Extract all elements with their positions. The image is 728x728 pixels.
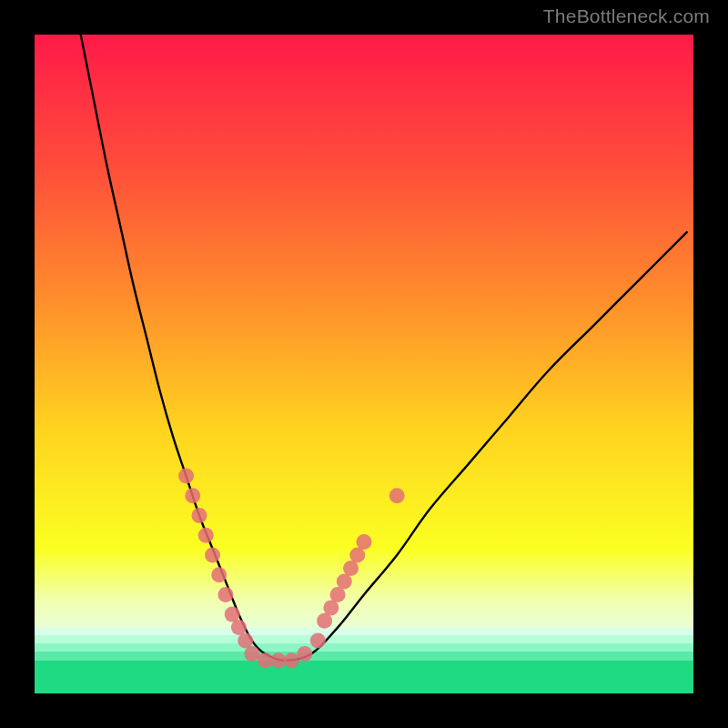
scatter-point	[192, 508, 207, 523]
scatter-point	[270, 652, 286, 668]
scatter-point	[211, 567, 227, 582]
watermark-text: TheBottleneck.com	[543, 5, 710, 27]
chart-frame: TheBottleneck.com	[0, 0, 728, 728]
scatter-point	[178, 469, 194, 484]
scatter-point	[389, 488, 405, 503]
scatter-point	[349, 547, 365, 562]
scatter-point	[330, 587, 346, 602]
scatter-point	[323, 600, 339, 615]
scatter-point	[205, 547, 220, 562]
curve-bottleneck-curve	[81, 35, 687, 661]
scatter-point	[238, 633, 253, 649]
scatter-point	[185, 488, 200, 503]
scatter-point	[231, 620, 247, 635]
chart-overlay	[35, 35, 693, 693]
scatter-point	[244, 646, 259, 662]
scatter-point	[297, 646, 312, 662]
scatter-point	[258, 652, 273, 668]
scatter-point	[343, 561, 359, 576]
plot-area	[35, 35, 693, 693]
scatter-point	[225, 607, 240, 622]
scatter-point	[217, 587, 233, 602]
scatter-point	[284, 652, 299, 668]
scatter-point	[357, 534, 372, 550]
scatter-point	[337, 573, 352, 589]
scatter-point	[310, 633, 326, 649]
scatter-point	[198, 528, 214, 543]
scatter-point	[317, 613, 332, 629]
